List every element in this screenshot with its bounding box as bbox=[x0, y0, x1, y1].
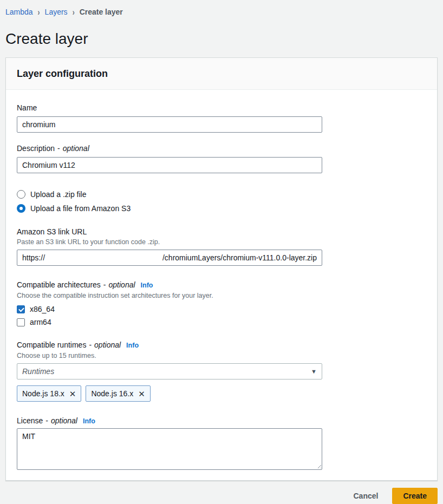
checkbox-checked-icon[interactable] bbox=[17, 305, 25, 313]
s3-url-helper: Paste an S3 link URL to your function co… bbox=[17, 238, 426, 246]
chevron-right-icon: › bbox=[38, 6, 40, 18]
name-field: Name bbox=[17, 103, 426, 133]
description-input[interactable] bbox=[17, 157, 322, 173]
checkbox-x86-64-label: x86_64 bbox=[30, 305, 55, 313]
breadcrumb: Lambda › Layers › Create layer bbox=[5, 8, 438, 16]
checkbox-arm64[interactable]: arm64 bbox=[17, 316, 426, 328]
optional-text: optional bbox=[51, 416, 77, 426]
panel-title: Layer configuration bbox=[17, 68, 426, 80]
runtime-token-row: Node.js 18.x ✕ Node.js 16.x ✕ bbox=[17, 385, 426, 402]
runtimes-select[interactable]: Runtimes ▼ bbox=[17, 363, 322, 379]
s3-url-prefix: https:// bbox=[22, 253, 45, 262]
radio-upload-s3[interactable]: Upload a file from Amazon S3 bbox=[17, 202, 426, 214]
runtime-token-label: Node.js 16.x bbox=[91, 389, 133, 398]
breadcrumb-link-lambda[interactable]: Lambda bbox=[5, 8, 33, 16]
optional-text: optional bbox=[94, 340, 121, 350]
radio-upload-zip[interactable]: Upload a .zip file bbox=[17, 188, 426, 200]
upload-method-radio-group: Upload a .zip file Upload a file from Am… bbox=[17, 188, 426, 214]
architectures-info-link[interactable]: Info bbox=[141, 280, 153, 290]
s3-url-field: Amazon S3 link URL Paste an S3 link URL … bbox=[17, 227, 426, 266]
layer-configuration-panel: Layer configuration Name Description - o… bbox=[5, 57, 438, 481]
description-label: Description bbox=[17, 143, 55, 153]
radio-upload-s3-label: Upload a file from Amazon S3 bbox=[30, 204, 131, 213]
radio-upload-zip-label: Upload a .zip file bbox=[30, 190, 87, 199]
runtimes-info-link[interactable]: Info bbox=[126, 341, 139, 350]
create-button[interactable]: Create bbox=[392, 488, 438, 504]
description-field: Description - optional bbox=[17, 143, 426, 173]
chevron-right-icon: › bbox=[73, 6, 75, 18]
runtimes-helper: Choose up to 15 runtimes. bbox=[17, 351, 426, 360]
optional-dash: - bbox=[103, 280, 106, 290]
dismiss-icon[interactable]: ✕ bbox=[138, 390, 145, 398]
architectures-label: Compatible architectures bbox=[17, 280, 101, 290]
panel-body: Name Description - optional Upload a .zi… bbox=[6, 90, 437, 480]
radio-unselected-icon[interactable] bbox=[17, 190, 25, 199]
runtimes-label: Compatible runtimes bbox=[17, 340, 86, 350]
cancel-button[interactable]: Cancel bbox=[343, 488, 388, 503]
runtime-token-label: Node.js 18.x bbox=[22, 389, 64, 398]
optional-text: optional bbox=[109, 280, 135, 290]
license-textarea[interactable]: MIT bbox=[17, 428, 322, 470]
license-info-link[interactable]: Info bbox=[83, 416, 95, 426]
license-field: License - optional Info MIT bbox=[17, 416, 426, 470]
s3-url-label: Amazon S3 link URL bbox=[17, 227, 87, 237]
checkbox-arm64-label: arm64 bbox=[30, 318, 51, 326]
page-title: Create layer bbox=[5, 30, 438, 48]
form-actions: Cancel Create bbox=[5, 488, 438, 504]
architectures-helper: Choose the compatible instruction set ar… bbox=[17, 291, 426, 300]
s3-url-path: /chromiumLayers/chromium-v111.0.0-layer.… bbox=[162, 253, 317, 262]
runtime-token-nodejs18: Node.js 18.x ✕ bbox=[17, 385, 81, 402]
checkbox-x86-64[interactable]: x86_64 bbox=[17, 303, 426, 315]
optional-dash: - bbox=[57, 143, 60, 153]
name-label: Name bbox=[17, 103, 426, 113]
runtimes-field: Compatible runtimes - optional Info Choo… bbox=[17, 340, 426, 402]
license-label: License bbox=[17, 416, 43, 426]
optional-text: optional bbox=[63, 143, 89, 153]
radio-selected-icon[interactable] bbox=[17, 204, 25, 213]
dismiss-icon[interactable]: ✕ bbox=[69, 390, 76, 398]
create-layer-page: Lambda › Layers › Create layer Create la… bbox=[0, 0, 443, 504]
s3-url-input[interactable]: https:// /chromiumLayers/chromium-v111.0… bbox=[17, 250, 322, 266]
breadcrumb-current: Create layer bbox=[80, 8, 123, 16]
runtimes-select-placeholder: Runtimes bbox=[22, 367, 54, 376]
runtime-token-nodejs16: Node.js 16.x ✕ bbox=[86, 385, 150, 402]
panel-header: Layer configuration bbox=[6, 58, 437, 90]
name-input[interactable] bbox=[17, 116, 322, 133]
breadcrumb-link-layers[interactable]: Layers bbox=[45, 8, 68, 16]
caret-down-icon: ▼ bbox=[311, 368, 317, 375]
architectures-field: Compatible architectures - optional Info… bbox=[17, 280, 426, 328]
checkbox-unchecked-icon[interactable] bbox=[17, 318, 25, 326]
optional-dash: - bbox=[45, 416, 48, 426]
optional-dash: - bbox=[89, 340, 92, 350]
